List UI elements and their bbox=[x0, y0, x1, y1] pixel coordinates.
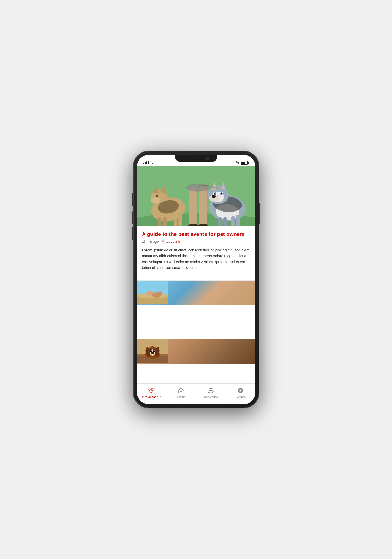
nav-item-settings[interactable]: Settings bbox=[226, 386, 255, 399]
svg-rect-82 bbox=[239, 389, 242, 392]
article-meta: 16 min ago | VirtuaLeash bbox=[142, 240, 250, 244]
svg-rect-38 bbox=[231, 216, 235, 226]
svg-rect-15 bbox=[199, 187, 207, 226]
article-title: A guide to the best events for pet owner… bbox=[142, 231, 250, 238]
svg-point-81 bbox=[210, 388, 211, 389]
related-item[interactable]: Lorem ipsum dolor sit amet, consectetuer… bbox=[137, 281, 255, 340]
svg-point-76 bbox=[153, 389, 153, 390]
related-thumb-1 bbox=[137, 281, 255, 305]
phone-screen: ∿ % bbox=[137, 155, 255, 404]
related-section: Lorem ipsum dolor sit amet, consectetuer… bbox=[137, 280, 255, 383]
svg-point-35 bbox=[221, 193, 222, 194]
notch bbox=[175, 155, 217, 162]
svg-point-41 bbox=[212, 195, 216, 198]
screen-content[interactable]: A guide to the best events for pet owner… bbox=[137, 166, 255, 383]
svg-rect-36 bbox=[218, 217, 222, 226]
virtualeash-nav-icon bbox=[148, 387, 155, 394]
phone-frame: ∿ % bbox=[133, 151, 259, 408]
svg-rect-37 bbox=[223, 217, 227, 226]
nav-label-profile: Profile bbox=[177, 395, 185, 398]
svg-point-58 bbox=[151, 350, 152, 351]
svg-rect-7 bbox=[158, 217, 161, 226]
directories-nav-icon bbox=[207, 387, 215, 394]
battery-icon bbox=[241, 161, 249, 165]
bottom-nav: VirtuaLeash™ Profile bbox=[137, 383, 255, 404]
nav-label-settings: Settings bbox=[235, 395, 246, 398]
svg-rect-83 bbox=[239, 389, 242, 392]
article-body: Lorem ipsum dolor sit amet, consectetuer… bbox=[142, 247, 250, 271]
svg-rect-14 bbox=[189, 187, 197, 226]
battery-percent: % bbox=[236, 161, 239, 165]
nav-label-directories: Directories bbox=[204, 395, 218, 398]
svg-point-31 bbox=[215, 193, 216, 194]
svg-point-11 bbox=[151, 197, 160, 203]
svg-point-79 bbox=[209, 388, 210, 389]
svg-rect-10 bbox=[178, 215, 182, 226]
status-left: ∿ bbox=[143, 160, 154, 165]
wifi-icon: ∿ bbox=[150, 160, 154, 165]
svg-rect-8 bbox=[163, 217, 167, 226]
nav-item-virtualeash[interactable]: VirtuaLeash™ bbox=[137, 386, 166, 399]
nav-label-virtualeash: VirtuaLeash™ bbox=[142, 395, 161, 398]
svg-rect-9 bbox=[174, 216, 177, 226]
camera bbox=[206, 157, 209, 160]
svg-point-47 bbox=[158, 291, 162, 296]
nav-item-directories[interactable]: Directories bbox=[196, 386, 226, 399]
status-right: % bbox=[236, 161, 249, 165]
svg-point-59 bbox=[154, 350, 155, 351]
svg-rect-39 bbox=[236, 215, 240, 226]
settings-nav-icon bbox=[237, 387, 244, 394]
nav-item-profile[interactable]: Profile bbox=[166, 386, 196, 399]
svg-point-60 bbox=[151, 352, 154, 354]
hero-image bbox=[137, 166, 255, 226]
phone-shell: ∿ % bbox=[133, 151, 259, 408]
svg-point-80 bbox=[211, 388, 212, 389]
home-nav-icon bbox=[177, 387, 185, 394]
related-item[interactable]: Lorem ipsum dolor sit amet, consectetuer… bbox=[137, 339, 255, 383]
svg-point-13 bbox=[157, 196, 158, 197]
signal-icon bbox=[143, 161, 149, 164]
svg-line-73 bbox=[150, 392, 150, 393]
article-time: 16 min ago bbox=[142, 240, 159, 244]
article-source[interactable]: VirtuaLeash bbox=[161, 240, 180, 244]
related-thumb-2 bbox=[137, 339, 255, 364]
article-content: A guide to the best events for pet owner… bbox=[137, 226, 255, 280]
